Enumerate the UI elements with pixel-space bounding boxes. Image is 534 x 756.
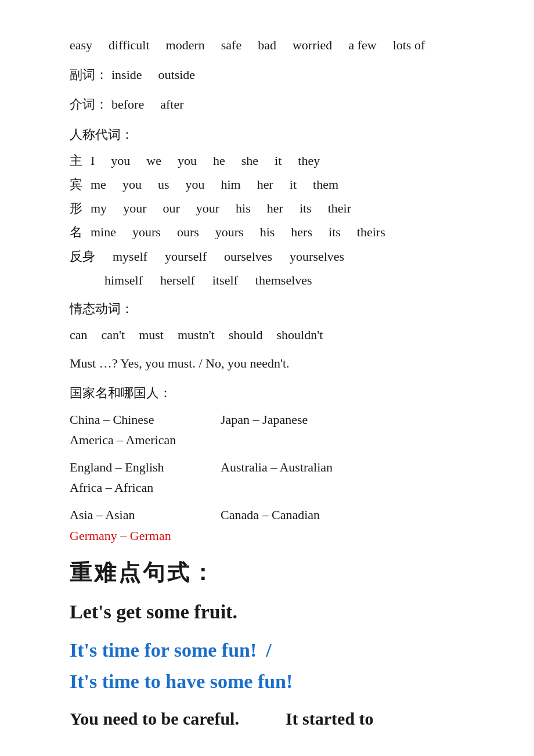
sentence-2-sep: /	[266, 635, 271, 666]
p-our: our	[163, 198, 179, 218]
p-you2: you	[178, 150, 197, 171]
p-you1: you	[111, 150, 130, 171]
p-yourself: yourself	[165, 246, 207, 267]
pronoun-row-possessive-adj: 形 my your our your his her its their	[70, 198, 482, 218]
p-yours1: yours	[132, 222, 161, 242]
word-worried: worried	[293, 35, 332, 55]
p-ours: ours	[177, 222, 199, 242]
p-hers: hers	[291, 222, 312, 242]
p-themselves: themselves	[255, 270, 312, 290]
p-he: he	[213, 150, 225, 171]
p-your-poss2: your	[196, 198, 219, 218]
sentence-3: You need to be careful. It started to	[70, 705, 482, 733]
sentence-1: Let's get some fruit.	[70, 596, 482, 628]
countries-title: 国家名和哪国人：	[70, 383, 482, 403]
word-mustnt: mustn't	[178, 325, 215, 345]
word-before: before	[111, 94, 144, 114]
pronoun-type-object: 宾	[70, 174, 87, 195]
japan-japanese: Japan – Japanese	[221, 409, 348, 430]
word-inside: inside	[111, 64, 142, 85]
word-shouldnt: shouldn't	[277, 325, 323, 345]
word-bad: bad	[258, 35, 276, 55]
pronoun-type-subject: 主	[70, 150, 87, 171]
p-yourselves: yourselves	[290, 246, 344, 267]
p-his-pro: his	[260, 222, 275, 242]
prepositions-label: 介词：	[70, 94, 108, 114]
p-their-poss: their	[328, 198, 351, 218]
sentence-3a: You need to be careful.	[70, 705, 239, 733]
p-i: I	[91, 150, 95, 171]
word-after: after	[160, 94, 183, 114]
p-her-poss: her	[267, 198, 283, 218]
africa-african: Africa – African	[70, 477, 197, 498]
p-theirs: theirs	[357, 222, 385, 242]
p-her-obj: her	[257, 174, 273, 195]
p-his-poss: his	[236, 198, 251, 218]
p-myself: myself	[113, 246, 147, 267]
p-you-obj1: you	[122, 174, 142, 195]
p-its-poss: its	[300, 198, 312, 218]
germany-german: Germany – German	[70, 525, 197, 546]
word-can: can	[70, 325, 88, 345]
key-sentences-title: 重难点句式：	[70, 555, 482, 591]
p-herself: herself	[160, 270, 195, 290]
country-row3: Asia – Asian Canada – Canadian Germany –…	[70, 505, 482, 545]
p-it1: it	[275, 150, 282, 171]
prepositions-line: 介词： before after	[70, 94, 482, 114]
sentence-2: It's time for some fun! / It's time to h…	[70, 635, 482, 698]
word-lots-of: lots of	[393, 35, 425, 55]
country-row1: China – Chinese Japan – Japanese America…	[70, 409, 482, 450]
p-it-obj: it	[290, 174, 297, 195]
sentence-2a: It's time for some fun!	[70, 635, 257, 666]
sentence-2b: It's time to have some fun!	[70, 666, 293, 697]
p-him: him	[221, 174, 240, 195]
pronoun-type-poss-pro: 名	[70, 222, 87, 242]
p-we: we	[146, 150, 161, 171]
modal-sentence-text: Must …? Yes, you must. / No, you needn't…	[70, 353, 290, 373]
word-easy: easy	[70, 35, 92, 55]
p-ourselves: ourselves	[224, 246, 272, 267]
p-me: me	[91, 174, 106, 195]
p-himself: himself	[104, 270, 143, 290]
pronoun-type-poss-adj: 形	[70, 198, 87, 218]
word-difficult: difficult	[109, 35, 149, 55]
word-cant: can't	[102, 325, 125, 345]
word-a-few: a few	[348, 35, 376, 55]
adjectives-line: easy difficult modern safe bad worried a…	[70, 35, 482, 55]
modal-words-line: can can't must mustn't should shouldn't	[70, 325, 482, 345]
china-chinese: China – Chinese	[70, 409, 197, 430]
p-them: them	[313, 174, 338, 195]
country-row2: England – English Australia – Australian…	[70, 457, 482, 498]
p-mine: mine	[91, 222, 116, 242]
word-must: must	[139, 325, 164, 345]
adverbs-label: 副词：	[70, 64, 108, 85]
modal-sentence: Must …? Yes, you must. / No, you needn't…	[70, 353, 482, 373]
p-she: she	[241, 150, 258, 171]
pronoun-row-possessive-pro: 名 mine yours ours yours his hers its the…	[70, 222, 482, 242]
p-its-pro: its	[329, 222, 341, 242]
word-modern: modern	[166, 35, 205, 55]
sentence-3b: It started to	[286, 705, 374, 733]
modal-title: 情态动词：	[70, 298, 482, 319]
australia-australian: Australia – Australian	[221, 457, 348, 477]
adverbs-line: 副词： inside outside	[70, 64, 482, 85]
p-yours2: yours	[215, 222, 244, 242]
england-english: England – English	[70, 457, 197, 477]
p-us: us	[158, 174, 169, 195]
word-outside: outside	[158, 64, 196, 85]
p-my: my	[91, 198, 107, 218]
p-you-obj2: you	[185, 174, 204, 195]
america-american: America – American	[70, 430, 197, 450]
reflexive-label: 反身	[70, 246, 95, 267]
reflexive-row2: himself herself itself themselves	[70, 270, 482, 290]
word-should: should	[229, 325, 263, 345]
pronouns-title: 人称代词：	[70, 124, 482, 145]
reflexive-row1: 反身 myself yourself ourselves yourselves	[70, 246, 482, 267]
p-itself: itself	[212, 270, 238, 290]
word-safe: safe	[221, 35, 241, 55]
asia-asian: Asia – Asian	[70, 505, 197, 525]
p-your-poss1: your	[123, 198, 146, 218]
pronoun-row-object: 宾 me you us you him her it them	[70, 174, 482, 195]
p-they: they	[298, 150, 320, 171]
canada-canadian: Canada – Canadian	[221, 505, 348, 525]
